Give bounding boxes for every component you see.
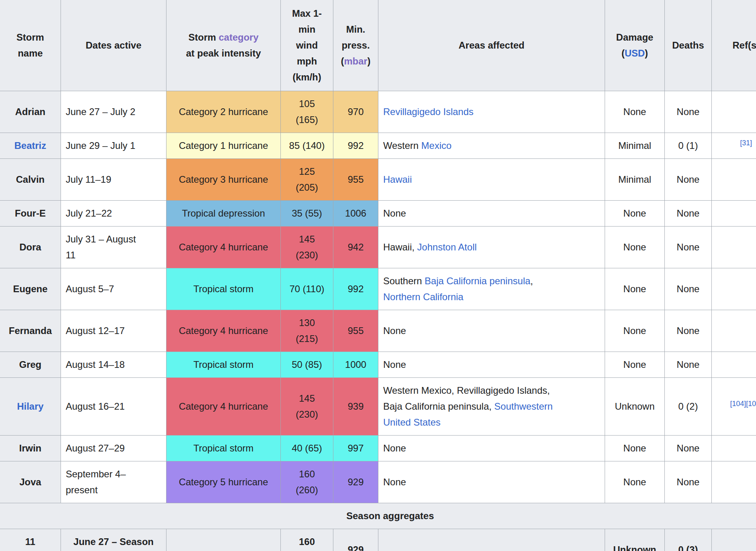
min-pressure-cell: 955 [333, 310, 378, 352]
area-link[interactable]: Northern California [383, 291, 463, 302]
deaths-cell: None [665, 91, 712, 133]
dates-active-cell: August 12–17 [61, 310, 166, 352]
area-link[interactable]: Baja California peninsula [425, 276, 531, 286]
storm-name-link[interactable]: Hilary [17, 401, 44, 412]
areas-affected-cell: Hawaii, Johnston Atoll [378, 227, 605, 268]
storm-category-cell: Category 4 hurricane [166, 378, 281, 436]
max-wind-cell: 70 (110) [281, 268, 333, 310]
season-totals-row: 11 systemsJune 27 – Season ongoing160 (2… [0, 529, 756, 551]
max-wind-cell: 160 (260) [281, 461, 333, 503]
deaths-cell: None [665, 436, 712, 461]
dates-active-cell: July 21–22 [61, 201, 166, 227]
storm-category-cell: Category 4 hurricane [166, 310, 281, 352]
max-wind-cell: 105 (165) [281, 91, 333, 133]
ref-link[interactable]: [31] [740, 139, 752, 147]
dates-active-cell: July 11–19 [61, 159, 166, 201]
min-pressure-cell: 992 [333, 133, 378, 159]
refs-cell [712, 201, 756, 227]
storm-name-cell: Adrian [0, 91, 61, 133]
table-row-dora: DoraJuly 31 – August 11Category 4 hurric… [0, 227, 756, 268]
storm-name-cell: Hilary [0, 378, 61, 436]
total-dates-cell: June 27 – Season ongoing [61, 529, 166, 551]
refs-cell: [31] [712, 133, 756, 159]
min-pressure-cell: 1006 [333, 201, 378, 227]
table-row-hilary: HilaryAugust 16–21Category 4 hurricane14… [0, 378, 756, 436]
header-storm-category: Storm category at peak intensity [166, 0, 281, 91]
damage-cell: None [605, 268, 665, 310]
max-wind-cell: 145 (230) [281, 378, 333, 436]
deaths-cell: 0 (2) [665, 378, 712, 436]
refs-cell [712, 310, 756, 352]
damage-cell: None [605, 436, 665, 461]
header-areas-affected: Areas affected [378, 0, 605, 91]
refs-cell [712, 461, 756, 503]
damage-cell: Minimal [605, 159, 665, 201]
deaths-cell: None [665, 159, 712, 201]
table-row-fernanda: FernandaAugust 12–17Category 4 hurricane… [0, 310, 756, 352]
damage-cell: None [605, 91, 665, 133]
min-pressure-cell: 942 [333, 227, 378, 268]
damage-cell: Minimal [605, 133, 665, 159]
storm-name-cell: Jova [0, 461, 61, 503]
storm-category-cell: Tropical storm [166, 268, 281, 310]
areas-affected-cell: None [378, 461, 605, 503]
storm-name-cell: Beatriz [0, 133, 61, 159]
header-min-pressure-link[interactable]: mbar [344, 56, 368, 66]
header-max-wind: Max 1- min wind mph (km/h) [281, 0, 333, 91]
table-row-jova: JovaSeptember 4– presentCategory 5 hurri… [0, 461, 756, 503]
storm-name-cell: Calvin [0, 159, 61, 201]
min-pressure-cell: 939 [333, 378, 378, 436]
dates-active-cell: September 4– present [61, 461, 166, 503]
area-link[interactable]: Mexico [421, 140, 452, 151]
area-link[interactable]: United States [383, 417, 441, 428]
area-link[interactable]: Johnston Atoll [417, 242, 476, 252]
min-pressure-cell: 955 [333, 159, 378, 201]
area-link[interactable]: Hawaii [383, 174, 412, 185]
area-link[interactable]: Southwestern [494, 401, 553, 412]
header-storm-category-link[interactable]: category [219, 32, 259, 43]
refs-cell [712, 91, 756, 133]
min-pressure-cell: 970 [333, 91, 378, 133]
max-wind-cell: 145 (230) [281, 227, 333, 268]
max-wind-cell: 40 (65) [281, 436, 333, 461]
min-pressure-cell: 1000 [333, 352, 378, 378]
header-damage-link[interactable]: USD [625, 48, 645, 59]
storm-name-cell: Irwin [0, 436, 61, 461]
header-refs: Ref(s) [712, 0, 756, 91]
refs-cell [712, 159, 756, 201]
areas-affected-cell: None [378, 310, 605, 352]
damage-cell: None [605, 227, 665, 268]
areas-affected-cell: Southern Baja California peninsula, Nort… [378, 268, 605, 310]
season-aggregates-label: Season aggregates [0, 503, 756, 529]
header-dates-active: Dates active [61, 0, 166, 91]
damage-cell: Unknown [605, 378, 665, 436]
deaths-cell: None [665, 461, 712, 503]
deaths-cell: None [665, 227, 712, 268]
table-row-eugene: EugeneAugust 5–7Tropical storm70 (110)99… [0, 268, 756, 310]
total-damage-cell: Unknown [605, 529, 665, 551]
max-wind-cell: 50 (85) [281, 352, 333, 378]
table-row-adrian: AdrianJune 27 – July 2Category 2 hurrica… [0, 91, 756, 133]
wikipedia-storm-table-page: Storm name Dates active Storm category a… [0, 0, 756, 551]
storm-name-cell: Four-E [0, 201, 61, 227]
header-min-pressure: Min. press. (mbar) [333, 0, 378, 91]
table-row-calvin: CalvinJuly 11–19Category 3 hurricane125 … [0, 159, 756, 201]
ref-superscript: [104][105] [730, 400, 756, 408]
deaths-cell: None [665, 310, 712, 352]
area-link[interactable]: Revillagigedo Islands [383, 106, 474, 117]
storm-name-link[interactable]: Beatriz [14, 140, 46, 151]
storm-category-cell: Tropical storm [166, 352, 281, 378]
refs-cell [712, 227, 756, 268]
max-wind-cell: 35 (55) [281, 201, 333, 227]
damage-cell: None [605, 352, 665, 378]
storm-category-cell: Category 1 hurricane [166, 133, 281, 159]
dates-active-cell: August 27–29 [61, 436, 166, 461]
ref-link[interactable]: [105] [746, 400, 756, 408]
areas-affected-cell: None [378, 201, 605, 227]
areas-affected-cell: None [378, 352, 605, 378]
ref-link[interactable]: [104] [730, 400, 746, 408]
dates-active-cell: June 27 – July 2 [61, 91, 166, 133]
table-row-irwin: IrwinAugust 27–29Tropical storm40 (65)99… [0, 436, 756, 461]
max-wind-cell: 125 (205) [281, 159, 333, 201]
areas-affected-cell: None [378, 436, 605, 461]
